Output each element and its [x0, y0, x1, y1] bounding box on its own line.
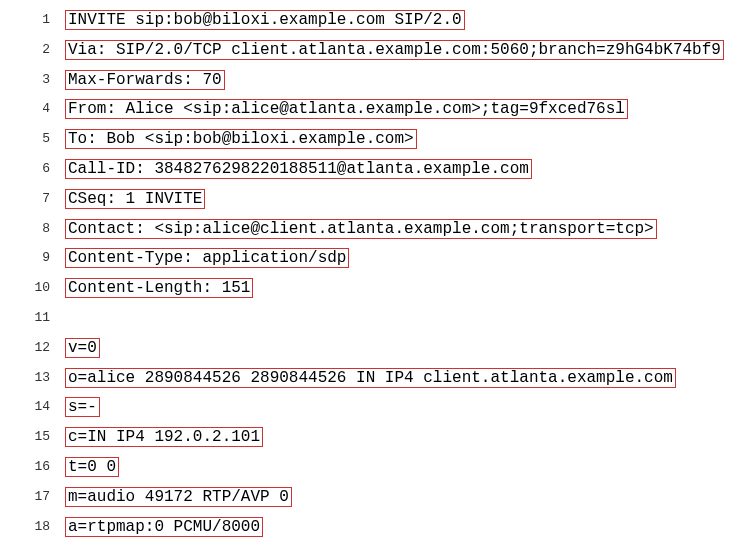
code-line: 6Call-ID: 3848276298220188511@atlanta.ex… [20, 159, 717, 180]
line-content: c=IN IP4 192.0.2.101 [65, 427, 262, 448]
line-number: 17 [20, 487, 50, 506]
line-number: 18 [20, 517, 50, 536]
line-content: Content-Length: 151 [65, 278, 252, 299]
highlighted-text: s=- [65, 397, 100, 417]
line-content: s=- [65, 397, 99, 418]
code-line: 5To: Bob <sip:bob@biloxi.example.com> [20, 129, 717, 150]
line-number: 9 [20, 248, 50, 267]
highlighted-text: Content-Type: application/sdp [65, 248, 349, 268]
highlighted-text: t=0 0 [65, 457, 119, 477]
line-content: INVITE sip:bob@biloxi.example.com SIP/2.… [65, 10, 464, 31]
line-content: From: Alice <sip:alice@atlanta.example.c… [65, 99, 627, 120]
code-line: 7CSeq: 1 INVITE [20, 189, 717, 210]
highlighted-text: From: Alice <sip:alice@atlanta.example.c… [65, 99, 628, 119]
highlighted-text: Via: SIP/2.0/TCP client.atlanta.example.… [65, 40, 724, 60]
code-line: 15c=IN IP4 192.0.2.101 [20, 427, 717, 448]
code-line: 13o=alice 2890844526 2890844526 IN IP4 c… [20, 368, 717, 389]
highlighted-text: INVITE sip:bob@biloxi.example.com SIP/2.… [65, 10, 465, 30]
highlighted-text: m=audio 49172 RTP/AVP 0 [65, 487, 292, 507]
line-number: 7 [20, 189, 50, 208]
line-number: 15 [20, 427, 50, 446]
line-number: 12 [20, 338, 50, 357]
highlighted-text: CSeq: 1 INVITE [65, 189, 205, 209]
code-line: 2Via: SIP/2.0/TCP client.atlanta.example… [20, 40, 717, 61]
line-number: 8 [20, 219, 50, 238]
highlighted-text: c=IN IP4 192.0.2.101 [65, 427, 263, 447]
code-line: 17m=audio 49172 RTP/AVP 0 [20, 487, 717, 508]
line-number: 6 [20, 159, 50, 178]
code-line: 9Content-Type: application/sdp [20, 248, 717, 269]
line-number: 1 [20, 10, 50, 29]
code-line: 18a=rtpmap:0 PCMU/8000 [20, 517, 717, 538]
line-number: 10 [20, 278, 50, 297]
line-number: 3 [20, 70, 50, 89]
highlighted-text: Contact: <sip:alice@client.atlanta.examp… [65, 219, 657, 239]
line-number: 13 [20, 368, 50, 387]
line-content: CSeq: 1 INVITE [65, 189, 204, 210]
line-content: o=alice 2890844526 2890844526 IN IP4 cli… [65, 368, 675, 389]
line-content: m=audio 49172 RTP/AVP 0 [65, 487, 291, 508]
code-line: 16t=0 0 [20, 457, 717, 478]
code-line: 14s=- [20, 397, 717, 418]
line-number: 16 [20, 457, 50, 476]
line-content: Contact: <sip:alice@client.atlanta.examp… [65, 219, 656, 240]
code-line: 3Max-Forwards: 70 [20, 70, 717, 91]
line-content: Content-Type: application/sdp [65, 248, 348, 269]
highlighted-text: Call-ID: 3848276298220188511@atlanta.exa… [65, 159, 532, 179]
highlighted-text: Max-Forwards: 70 [65, 70, 225, 90]
line-content: a=rtpmap:0 PCMU/8000 [65, 517, 262, 538]
line-number: 2 [20, 40, 50, 59]
highlighted-text: o=alice 2890844526 2890844526 IN IP4 cli… [65, 368, 676, 388]
line-number: 5 [20, 129, 50, 148]
code-line: 4From: Alice <sip:alice@atlanta.example.… [20, 99, 717, 120]
code-line: 12v=0 [20, 338, 717, 359]
code-line: 11 [20, 308, 717, 329]
highlighted-text: Content-Length: 151 [65, 278, 253, 298]
line-content: Max-Forwards: 70 [65, 70, 224, 91]
highlighted-text: a=rtpmap:0 PCMU/8000 [65, 517, 263, 537]
highlighted-text: To: Bob <sip:bob@biloxi.example.com> [65, 129, 417, 149]
line-content: To: Bob <sip:bob@biloxi.example.com> [65, 129, 416, 150]
line-number: 14 [20, 397, 50, 416]
line-content: Call-ID: 3848276298220188511@atlanta.exa… [65, 159, 531, 180]
line-content: Via: SIP/2.0/TCP client.atlanta.example.… [65, 40, 723, 61]
code-line: 1INVITE sip:bob@biloxi.example.com SIP/2… [20, 10, 717, 31]
highlighted-text: v=0 [65, 338, 100, 358]
line-content: v=0 [65, 338, 99, 359]
line-content: t=0 0 [65, 457, 118, 478]
line-number: 11 [20, 308, 50, 327]
code-line: 8Contact: <sip:alice@client.atlanta.exam… [20, 219, 717, 240]
code-line: 10Content-Length: 151 [20, 278, 717, 299]
sip-message-listing: 1INVITE sip:bob@biloxi.example.com SIP/2… [20, 10, 717, 537]
line-number: 4 [20, 99, 50, 118]
